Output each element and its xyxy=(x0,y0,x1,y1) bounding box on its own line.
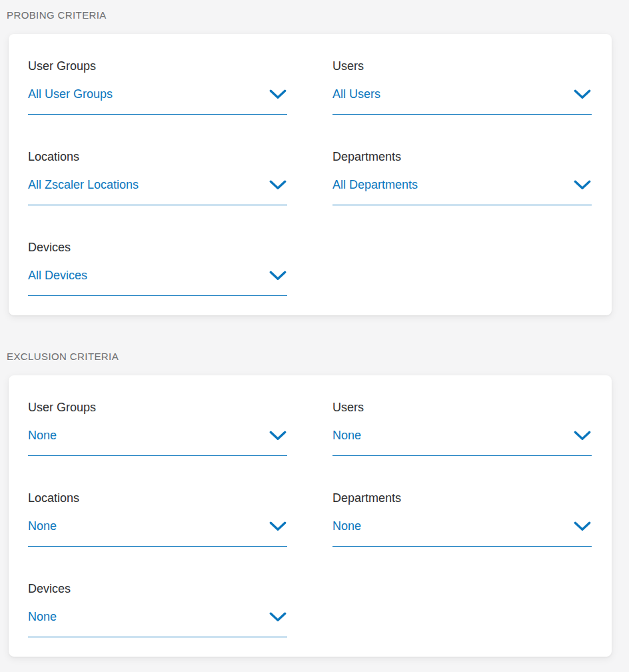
exclusion-locations-dropdown[interactable]: None xyxy=(28,518,287,547)
chevron-down-icon xyxy=(574,431,591,441)
dropdown-selected-value: None xyxy=(332,518,361,534)
field-exclusion-users: Users None xyxy=(332,399,592,456)
section-heading-probing-criteria: PROBING CRITERIA xyxy=(7,9,612,21)
probing-criteria-card: User Groups All User Groups Users All Us… xyxy=(9,34,612,315)
exclusion-devices-dropdown[interactable]: None xyxy=(28,609,287,637)
chevron-down-icon xyxy=(269,431,287,441)
dropdown-selected-value: None xyxy=(28,518,57,534)
chevron-down-icon xyxy=(269,89,287,99)
field-label: Users xyxy=(332,399,592,415)
field-probing-locations: Locations All Zscaler Locations xyxy=(28,149,287,205)
probing-user-groups-dropdown[interactable]: All User Groups xyxy=(28,86,287,115)
field-label: Departments xyxy=(332,149,592,165)
exclusion-users-dropdown[interactable]: None xyxy=(332,427,592,456)
exclusion-user-groups-dropdown[interactable]: None xyxy=(28,427,287,456)
field-probing-devices: Devices All Devices xyxy=(28,239,287,296)
exclusion-departments-dropdown[interactable]: None xyxy=(332,518,592,547)
chevron-down-icon xyxy=(574,521,591,531)
field-probing-departments: Departments All Departments xyxy=(332,149,592,205)
chevron-down-icon xyxy=(574,180,591,190)
field-probing-user-groups: User Groups All User Groups xyxy=(28,58,287,115)
field-label: Departments xyxy=(332,490,592,506)
probing-devices-dropdown[interactable]: All Devices xyxy=(28,267,287,296)
dropdown-selected-value: All Zscaler Locations xyxy=(28,177,139,193)
probing-locations-dropdown[interactable]: All Zscaler Locations xyxy=(28,177,287,205)
dropdown-selected-value: All Users xyxy=(332,86,380,102)
chevron-down-icon xyxy=(269,271,287,281)
chevron-down-icon xyxy=(269,180,287,190)
field-label: User Groups xyxy=(28,58,287,74)
exclusion-criteria-card: User Groups None Users None Locations No… xyxy=(9,375,612,657)
criteria-settings-page: PROBING CRITERIA User Groups All User Gr… xyxy=(0,0,629,657)
dropdown-selected-value: None xyxy=(28,427,57,443)
dropdown-selected-value: None xyxy=(28,609,57,625)
field-label: User Groups xyxy=(28,399,287,415)
field-exclusion-user-groups: User Groups None xyxy=(28,399,287,456)
chevron-down-icon xyxy=(574,89,591,99)
chevron-down-icon xyxy=(269,521,287,531)
dropdown-selected-value: All Devices xyxy=(28,267,87,283)
field-probing-users: Users All Users xyxy=(332,58,592,115)
dropdown-selected-value: None xyxy=(332,427,361,443)
exclusion-fields-grid: User Groups None Users None Locations No… xyxy=(28,399,592,637)
field-label: Locations xyxy=(28,490,287,506)
field-exclusion-devices: Devices None xyxy=(28,581,287,637)
probing-departments-dropdown[interactable]: All Departments xyxy=(332,177,592,205)
probing-fields-grid: User Groups All User Groups Users All Us… xyxy=(28,58,592,296)
probing-users-dropdown[interactable]: All Users xyxy=(332,86,592,115)
field-label: Locations xyxy=(28,149,287,165)
field-exclusion-locations: Locations None xyxy=(28,490,287,547)
dropdown-selected-value: All User Groups xyxy=(28,86,113,102)
section-heading-exclusion-criteria: EXCLUSION CRITERIA xyxy=(7,351,612,362)
field-label: Devices xyxy=(28,239,287,255)
field-exclusion-departments: Departments None xyxy=(332,490,592,547)
field-label: Users xyxy=(332,58,592,74)
dropdown-selected-value: All Departments xyxy=(332,177,418,193)
chevron-down-icon xyxy=(269,612,287,622)
field-label: Devices xyxy=(28,581,287,597)
